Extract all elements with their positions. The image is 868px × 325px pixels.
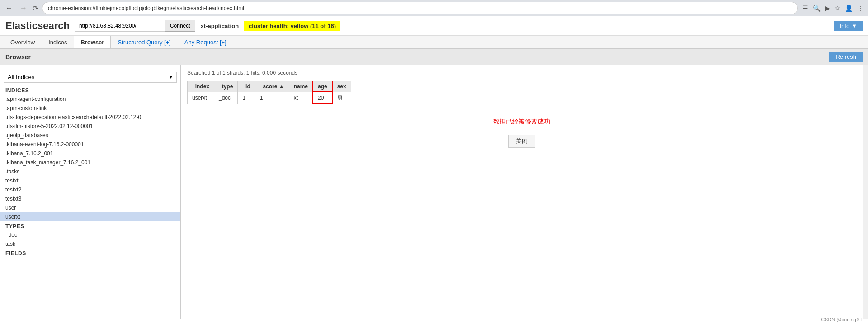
sidebar: All Indices ▼ Indices .apm-agent-configu… xyxy=(0,65,181,319)
list-item[interactable]: testxt3 xyxy=(0,194,180,203)
bookmark-icon[interactable]: ☆ xyxy=(834,4,841,13)
indices-select-container: All Indices ▼ xyxy=(4,72,177,83)
list-item[interactable]: user xyxy=(0,203,180,212)
col-header-type[interactable]: _type xyxy=(214,81,238,92)
col-header-score[interactable]: _score ▲ xyxy=(255,81,289,92)
app-header: Elasticsearch Connect xt-application clu… xyxy=(0,16,868,36)
cluster-name: xt-application xyxy=(201,23,239,29)
search-summary: Searched 1 of 1 shards. 1 hits. 0.000 se… xyxy=(187,70,856,76)
list-item[interactable]: .apm-custom-link xyxy=(0,104,180,113)
cell-score: 1 xyxy=(255,92,289,104)
zoom-icon[interactable]: 🔍 xyxy=(812,4,821,13)
col-header-name[interactable]: name xyxy=(289,81,313,92)
indices-section-title: Indices xyxy=(0,86,180,95)
col-header-age[interactable]: age xyxy=(313,81,332,92)
list-item[interactable]: .tasks xyxy=(0,167,180,176)
results-area: Searched 1 of 1 shards. 1 hits. 0.000 se… xyxy=(181,65,863,319)
cell-type: _doc xyxy=(214,92,238,104)
address-text: chrome-extension://ffmkiejmecolpfloofpjo… xyxy=(48,5,792,11)
screenshot-icon[interactable]: ▶ xyxy=(824,4,831,13)
browser-chrome-bar: ← → ⟳ chrome-extension://ffmkiejmecolpfl… xyxy=(0,0,868,16)
list-item[interactable]: testxt xyxy=(0,176,180,185)
cell-sex: 男 xyxy=(332,92,351,104)
connect-url-input[interactable] xyxy=(75,20,165,32)
cell-name: xt xyxy=(289,92,313,104)
tab-browser[interactable]: Browser xyxy=(74,36,111,48)
cluster-health-badge: cluster health: yellow (11 of 16) xyxy=(244,21,340,31)
table-row: userxt _doc 1 1 xt 20 男 xyxy=(188,92,351,104)
section-header: Browser Refresh xyxy=(0,49,868,65)
close-btn-container: 关闭 xyxy=(187,135,856,148)
tab-structured-query[interactable]: Structured Query [+] xyxy=(111,36,177,48)
close-button[interactable]: 关闭 xyxy=(508,135,535,148)
tab-any-request[interactable]: Any Request [+] xyxy=(178,36,233,48)
info-button[interactable]: Info ▼ xyxy=(834,21,863,31)
connect-button[interactable]: Connect xyxy=(165,20,195,32)
list-item[interactable]: testxt2 xyxy=(0,185,180,194)
tab-overview[interactable]: Overview xyxy=(4,36,42,48)
table-header-row: _index _type _id _score ▲ name age sex xyxy=(188,81,351,92)
scrollbar-track[interactable] xyxy=(863,65,868,319)
success-message: 数据已经被修改成功 xyxy=(187,118,856,126)
list-item-selected[interactable]: userxt xyxy=(0,212,180,221)
cell-id: 1 xyxy=(238,92,255,104)
back-button[interactable]: ← xyxy=(4,3,14,13)
cell-age: 20 xyxy=(313,92,332,104)
list-item[interactable]: .apm-agent-configuration xyxy=(0,95,180,104)
type-item-task[interactable]: task xyxy=(0,239,180,249)
types-section-title: Types xyxy=(0,221,180,230)
info-label: Info xyxy=(840,23,849,29)
connect-group: Connect xyxy=(75,20,195,32)
tab-indices[interactable]: Indices xyxy=(42,36,74,48)
list-item[interactable]: .kibana_task_manager_7.16.2_001 xyxy=(0,158,180,167)
results-table: _index _type _id _score ▲ name age sex u… xyxy=(187,81,351,104)
app-title: Elasticsearch xyxy=(5,20,70,32)
col-header-index[interactable]: _index xyxy=(188,81,214,92)
fields-section-title: Fields xyxy=(0,249,180,258)
forward-button[interactable]: → xyxy=(18,3,29,13)
col-header-id[interactable]: _id xyxy=(238,81,255,92)
info-dropdown-icon: ▼ xyxy=(851,23,857,29)
address-bar[interactable]: chrome-extension://ffmkiejmecolpfloofpjo… xyxy=(42,2,798,14)
nav-tabs: Overview Indices Browser Structured Quer… xyxy=(0,36,868,49)
type-item-doc[interactable]: _doc xyxy=(0,230,180,239)
list-item[interactable]: .kibana_7.16.2_001 xyxy=(0,149,180,158)
list-item[interactable]: .ds-.logs-deprecation.elasticsearch-defa… xyxy=(0,113,180,122)
section-title: Browser xyxy=(5,53,31,61)
menu-icon[interactable]: ⋮ xyxy=(856,4,864,13)
profile-icon[interactable]: 👤 xyxy=(844,4,854,13)
list-item[interactable]: .kibana-event-log-7.16.2-000001 xyxy=(0,140,180,149)
watermark: CSDN @codingXT xyxy=(821,317,863,319)
col-header-sex[interactable]: sex xyxy=(332,81,351,92)
main-layout: All Indices ▼ Indices .apm-agent-configu… xyxy=(0,65,868,319)
reload-button[interactable]: ⟳ xyxy=(33,4,38,13)
extensions-icon[interactable]: ☰ xyxy=(802,4,809,13)
browser-icons: ☰ 🔍 ▶ ☆ 👤 ⋮ xyxy=(802,4,864,13)
refresh-button[interactable]: Refresh xyxy=(829,52,863,62)
cell-index: userxt xyxy=(188,92,214,104)
list-item[interactable]: .ds-ilm-history-5-2022.02.12-000001 xyxy=(0,122,180,131)
list-item[interactable]: .geoip_databases xyxy=(0,131,180,140)
content-area: Browser Refresh All Indices ▼ Indices .a… xyxy=(0,49,868,319)
indices-dropdown[interactable]: All Indices xyxy=(4,72,177,83)
